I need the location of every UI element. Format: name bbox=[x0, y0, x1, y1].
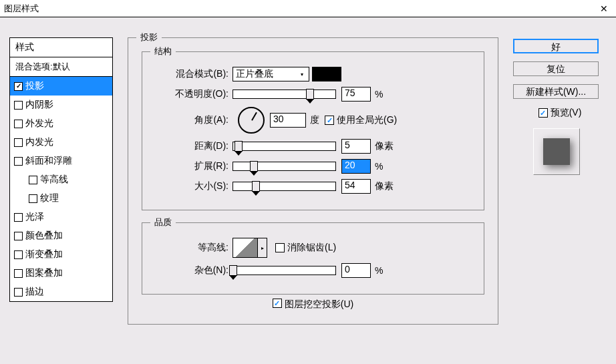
chevron-down-icon: ▾ bbox=[297, 69, 307, 79]
contour-label: 等高线: bbox=[156, 242, 233, 254]
size-slider[interactable] bbox=[233, 182, 336, 191]
style-label: 等高线 bbox=[40, 174, 68, 186]
shadow-color-swatch[interactable] bbox=[312, 67, 341, 81]
knockout-label: 图层挖空投影(U) bbox=[285, 299, 353, 311]
antialias-label: 消除锯齿(L) bbox=[287, 242, 336, 254]
style-label: 内阴影 bbox=[25, 99, 53, 111]
checkbox-icon[interactable] bbox=[14, 250, 23, 259]
checkbox-icon[interactable] bbox=[14, 269, 23, 278]
style-label: 光泽 bbox=[25, 211, 44, 223]
angle-dial[interactable] bbox=[238, 107, 265, 134]
structure-legend: 结构 bbox=[150, 45, 176, 57]
ok-button[interactable]: 好 bbox=[513, 39, 599, 53]
style-inner-glow[interactable]: 内发光 bbox=[10, 133, 112, 152]
checkbox-icon[interactable] bbox=[14, 138, 23, 147]
checkbox-icon[interactable] bbox=[14, 82, 23, 91]
style-label: 投影 bbox=[25, 80, 44, 92]
checkbox-icon[interactable] bbox=[14, 101, 23, 110]
styles-panel: 样式 混合选项:默认 投影 内阴影 外发光 内发光 斜面和浮雕 等高线 纹理 光… bbox=[9, 37, 113, 355]
global-light-label: 使用全局光(G) bbox=[337, 114, 397, 126]
spread-unit: % bbox=[375, 161, 383, 172]
noise-unit: % bbox=[375, 265, 383, 276]
blend-options-header[interactable]: 混合选项:默认 bbox=[10, 57, 112, 77]
spread-input[interactable]: 20 bbox=[341, 159, 371, 174]
style-label: 图案叠加 bbox=[25, 267, 63, 279]
style-outer-glow[interactable]: 外发光 bbox=[10, 114, 112, 133]
reset-button[interactable]: 复位 bbox=[513, 61, 599, 76]
checkbox-icon[interactable] bbox=[14, 120, 23, 128]
blend-mode-value: 正片叠底 bbox=[236, 68, 273, 80]
quality-legend: 品质 bbox=[150, 216, 176, 228]
noise-input[interactable]: 0 bbox=[341, 263, 371, 278]
preview-checkbox[interactable] bbox=[538, 108, 548, 118]
group-title: 投影 bbox=[136, 31, 162, 43]
checkbox-icon[interactable] bbox=[29, 194, 37, 203]
opacity-input[interactable]: 75 bbox=[341, 87, 371, 102]
contour-swatch[interactable] bbox=[233, 238, 258, 258]
structure-group: 结构 混合模式(B): 正片叠底 ▾ 不透明度(O): 75 % 角 bbox=[142, 51, 484, 210]
style-stroke[interactable]: 描边 bbox=[10, 283, 112, 301]
new-style-button[interactable]: 新建样式(W)... bbox=[513, 84, 599, 99]
noise-label: 杂色(N): bbox=[156, 264, 233, 277]
checkbox-icon[interactable] bbox=[14, 213, 23, 222]
blend-mode-label: 混合模式(B): bbox=[156, 68, 233, 80]
global-light-checkbox[interactable] bbox=[325, 116, 334, 125]
style-label: 渐变叠加 bbox=[25, 248, 63, 260]
style-label: 斜面和浮雕 bbox=[25, 155, 72, 167]
size-unit: 像素 bbox=[375, 180, 394, 192]
preview-swatch bbox=[533, 128, 580, 175]
noise-slider[interactable] bbox=[233, 266, 336, 275]
style-bevel[interactable]: 斜面和浮雕 bbox=[10, 152, 112, 170]
checkbox-icon[interactable] bbox=[14, 157, 23, 166]
preview-label: 预览(V) bbox=[551, 107, 582, 119]
quality-group: 品质 等高线: ▸ 消除锯齿(L) 杂色(N): 0 % bbox=[142, 222, 484, 295]
contour-menu-icon[interactable]: ▸ bbox=[258, 238, 267, 258]
checkbox-icon[interactable] bbox=[14, 288, 23, 297]
opacity-label: 不透明度(O): bbox=[156, 88, 233, 100]
blend-mode-select[interactable]: 正片叠底 ▾ bbox=[233, 67, 309, 81]
distance-slider[interactable] bbox=[233, 142, 336, 151]
style-texture[interactable]: 纹理 bbox=[10, 189, 112, 208]
style-label: 内发光 bbox=[25, 136, 53, 148]
style-label: 外发光 bbox=[25, 118, 53, 130]
size-label: 大小(S): bbox=[156, 180, 233, 192]
knockout-checkbox[interactable] bbox=[273, 299, 282, 308]
close-icon[interactable]: ✕ bbox=[596, 3, 612, 14]
style-label: 纹理 bbox=[40, 192, 59, 204]
style-pattern-overlay[interactable]: 图案叠加 bbox=[10, 264, 112, 283]
style-drop-shadow[interactable]: 投影 bbox=[10, 77, 112, 96]
angle-label: 角度(A): bbox=[156, 114, 233, 126]
opacity-unit: % bbox=[375, 89, 383, 100]
style-label: 颜色叠加 bbox=[25, 230, 63, 242]
style-inner-shadow[interactable]: 内阴影 bbox=[10, 96, 112, 114]
styles-header[interactable]: 样式 bbox=[10, 38, 112, 57]
size-input[interactable]: 54 bbox=[341, 179, 371, 194]
distance-input[interactable]: 5 bbox=[341, 139, 371, 154]
spread-label: 扩展(R): bbox=[156, 160, 233, 172]
distance-unit: 像素 bbox=[375, 140, 394, 152]
angle-unit: 度 bbox=[310, 114, 319, 126]
drop-shadow-group: 投影 结构 混合模式(B): 正片叠底 ▾ 不透明度(O): 75 % bbox=[128, 37, 498, 325]
style-contour[interactable]: 等高线 bbox=[10, 170, 112, 189]
window-title: 图层样式 bbox=[4, 3, 596, 15]
style-color-overlay[interactable]: 颜色叠加 bbox=[10, 226, 112, 245]
style-satin[interactable]: 光泽 bbox=[10, 208, 112, 226]
opacity-slider[interactable] bbox=[233, 89, 336, 99]
checkbox-icon[interactable] bbox=[29, 176, 37, 184]
style-gradient-overlay[interactable]: 渐变叠加 bbox=[10, 245, 112, 264]
checkbox-icon[interactable] bbox=[14, 232, 23, 240]
style-label: 描边 bbox=[25, 286, 44, 298]
antialias-checkbox[interactable] bbox=[275, 243, 285, 252]
distance-label: 距离(D): bbox=[156, 140, 233, 152]
angle-input[interactable]: 30 bbox=[270, 113, 306, 128]
spread-slider[interactable] bbox=[233, 162, 336, 171]
